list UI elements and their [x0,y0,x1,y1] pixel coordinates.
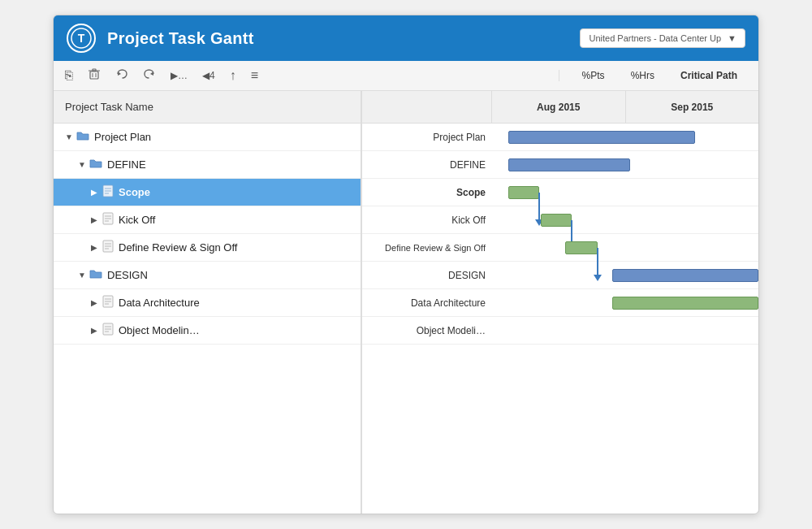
indent-icon[interactable]: ▶… [167,68,191,83]
app-header: T Project Task Gantt United Partners - D… [54,15,758,61]
task-list: ▼ Project Plan ▼ [54,124,361,514]
gantt-row-label: Scope [362,187,492,198]
gantt-row: Kick Off [362,206,758,234]
gantt-bar-area [492,289,758,316]
chevron-down-icon: ▼ [78,160,86,169]
gantt-row: Object Modeli… [362,317,758,345]
undo-icon[interactable] [112,66,132,85]
folder-icon [89,268,102,282]
gantt-bar-green [612,297,758,310]
chevron-right-icon: ▶ [91,188,99,197]
gantt-row-label: Kick Off [362,215,492,226]
document-icon [102,240,114,255]
task-label: DEFINE [107,158,146,171]
outdent-icon[interactable]: ◀4 [199,68,218,83]
pct-pts-col: %Pts [569,70,618,81]
gantt-chart: Aug 2015 Sep 2015 Project Plan DEFINE [362,91,758,514]
project-dropdown[interactable]: United Partners - Data Center Up ▼ [580,28,745,48]
gantt-bar-area [492,262,758,288]
gantt-row-label: Define Review & Sign Off [362,243,492,253]
task-row[interactable]: ▼ DESIGN [54,262,361,289]
main-content: Project Task Name ▼ Project Plan ▼ [54,91,758,514]
menu-icon[interactable]: ≡ [248,67,261,85]
chevron-right-icon: ▶ [91,326,99,335]
task-row[interactable]: ▶ Scope [54,179,361,206]
task-label: Object Modelin… [119,324,200,336]
folder-icon [89,158,102,171]
gantt-row-label: Data Architecture [362,297,492,309]
gantt-bar-blue [612,269,758,282]
gantt-row: DEFINE [362,151,758,179]
document-icon [102,212,114,228]
app-container: T Project Task Gantt United Partners - D… [53,15,759,514]
svg-rect-3 [90,72,98,79]
dropdown-arrow: ▼ [728,33,736,43]
chevron-right-icon: ▶ [91,215,99,224]
chevron-down-icon: ▼ [78,271,86,280]
gantt-row: Scope [362,179,758,206]
task-list-header: Project Task Name [54,91,361,124]
left-panel: Project Task Name ▼ Project Plan ▼ [54,91,362,514]
gantt-row-label: Object Modeli… [362,325,492,336]
gantt-row-label: Project Plan [362,132,492,143]
month-sep: Sep 2015 [626,91,759,123]
task-row[interactable]: ▶ Kick Off [54,206,361,234]
task-label: Data Architecture [119,297,200,309]
app-logo: T [67,24,96,53]
toolbar-left: ⎘ [62,66,554,85]
gantt-row: Project Plan [362,124,758,151]
task-label: Scope [119,186,150,198]
redo-icon[interactable] [140,66,159,85]
chevron-right-icon: ▶ [91,243,99,252]
gantt-bar-area [492,151,758,178]
task-row[interactable]: ▶ Data Architecture [54,289,361,317]
gantt-body: Project Plan DEFINE Scope [362,124,758,514]
toolbar-right: %Pts %Hrs Critical Path [559,70,750,81]
task-label: DESIGN [107,269,148,281]
trash-icon[interactable] [84,66,104,85]
svg-rect-5 [93,69,96,71]
folder-icon [76,130,89,144]
gantt-row-label: DESIGN [362,270,492,281]
task-label: Define Review & Sign Off [119,241,237,254]
gantt-bar-area [492,234,758,261]
task-row[interactable]: ▼ DEFINE [54,151,361,179]
gantt-bar-green [541,214,572,227]
document-icon [102,323,114,338]
svg-text:T: T [78,32,85,45]
gantt-row: Data Architecture [362,289,758,317]
gantt-bar-area [492,317,758,344]
gantt-bar-green [565,241,598,254]
gantt-bar-area [492,206,758,233]
task-row[interactable]: ▶ Define Review & Sign Off [54,234,361,262]
document-icon [102,295,114,310]
toolbar: ⎘ [54,61,758,91]
chevron-down-icon: ▼ [65,132,73,141]
gantt-bar-area [492,124,758,150]
svg-marker-9 [150,72,153,76]
task-row[interactable]: ▶ Object Modelin… [54,317,361,345]
dropdown-label: United Partners - Data Center Up [589,33,721,43]
chevron-right-icon: ▶ [91,298,99,307]
task-label: Kick Off [119,214,155,226]
gantt-row: DESIGN [362,262,758,289]
svg-marker-8 [118,72,121,76]
task-label: Project Plan [94,131,151,143]
app-title: Project Task Gantt [107,29,254,48]
gantt-bar-blue [508,158,630,171]
task-row[interactable]: ▼ Project Plan [54,124,361,151]
gantt-row: Define Review & Sign Off [362,234,758,262]
gantt-bar-blue [508,131,695,144]
gantt-bar-green [508,186,539,199]
month-aug: Aug 2015 [492,91,626,123]
move-up-icon[interactable]: ↑ [227,67,240,85]
document-icon [102,184,114,200]
gantt-bar-area [492,179,758,206]
copy-icon[interactable]: ⎘ [62,67,76,85]
critical-path-col: Critical Path [667,70,750,81]
gantt-row-label: DEFINE [362,159,492,171]
gantt-month-header: Aug 2015 Sep 2015 [362,91,758,124]
pct-hrs-col: %Hrs [618,70,667,81]
